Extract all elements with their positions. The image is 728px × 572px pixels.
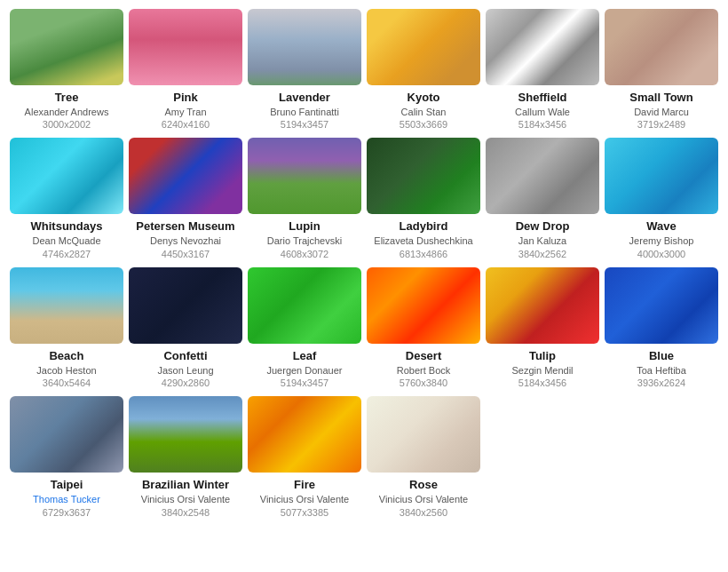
grid-item-sheffield[interactable]: SheffieldCallum Wale5184x3456 <box>485 9 600 131</box>
author-leaf: Juergen Donauer <box>266 364 342 377</box>
dims-kyoto: 5503x3669 <box>400 118 447 131</box>
thumbnail-kyoto <box>367 9 480 85</box>
title-sheffield: Sheffield <box>518 91 567 106</box>
author-tulip: Sezgin Mendil <box>511 364 573 377</box>
thumbnail-fire <box>248 396 361 473</box>
grid-item-desert[interactable]: DesertRobert Bock5760x3840 <box>366 267 481 389</box>
grid-item-blue[interactable]: BlueToa Heftiba3936x2624 <box>604 267 719 389</box>
dims-rose: 3840x2560 <box>400 506 447 519</box>
title-tree: Tree <box>55 91 79 106</box>
title-rose: Rose <box>409 478 438 493</box>
author-wave: Jeremy Bishop <box>629 234 694 247</box>
title-fire: Fire <box>294 478 315 493</box>
dims-desert: 5760x3840 <box>400 377 447 389</box>
thumbnail-wave <box>605 138 718 214</box>
dims-beach: 3640x5464 <box>43 377 91 389</box>
title-kyoto: Kyoto <box>408 91 440 106</box>
author-whitsundays: Dean McQuade <box>32 234 100 247</box>
dims-petersen: 4450x3167 <box>162 248 210 260</box>
author-sheffield: Callum Wale <box>515 106 570 118</box>
title-lupin: Lupin <box>289 219 320 234</box>
grid-item-confetti[interactable]: ConfettiJason Leung4290x2860 <box>128 267 243 389</box>
thumbnail-confetti <box>129 267 242 344</box>
dims-leaf: 5194x3457 <box>281 377 328 389</box>
author-dewdrop: Jan Kaluza <box>518 234 566 247</box>
grid-item-whitsundays[interactable]: WhitsundaysDean McQuade4746x2827 <box>9 138 124 259</box>
author-tree: Alexander Andrews <box>25 106 109 118</box>
grid-item-fire[interactable]: FireVinicius Orsi Valente5077x3385 <box>247 396 362 518</box>
grid-item-leaf[interactable]: LeafJuergen Donauer5194x3457 <box>247 267 362 389</box>
title-beach: Beach <box>49 349 83 364</box>
dims-tulip: 5184x3456 <box>518 377 566 389</box>
grid-item-beach[interactable]: BeachJacob Heston3640x5464 <box>9 267 124 389</box>
title-dewdrop: Dew Drop <box>516 219 570 234</box>
dims-blue: 3936x2624 <box>637 377 685 389</box>
author-fire: Vinicius Orsi Valente <box>260 493 349 505</box>
thumbnail-smalltown <box>605 9 718 85</box>
grid-item-kyoto[interactable]: KyotoCalin Stan5503x3669 <box>366 9 481 131</box>
thumbnail-tree <box>10 9 123 85</box>
title-petersen: Petersen Museum <box>136 219 234 234</box>
thumbnail-desert <box>367 267 480 344</box>
thumbnail-brazilianwinter <box>129 396 242 473</box>
author-beach: Jacob Heston <box>36 364 96 377</box>
author-confetti: Jason Leung <box>158 364 214 377</box>
dims-fire: 5077x3385 <box>281 506 328 519</box>
thumbnail-lavender <box>248 9 361 85</box>
dims-whitsundays: 4746x2827 <box>43 248 91 260</box>
title-pink: Pink <box>173 91 197 106</box>
dims-tree: 3000x2002 <box>43 118 91 131</box>
grid-item-dewdrop[interactable]: Dew DropJan Kaluza3840x2562 <box>485 138 600 259</box>
title-leaf: Leaf <box>293 349 317 364</box>
author-pink: Amy Tran <box>164 106 206 118</box>
thumbnail-petersen <box>129 138 242 214</box>
title-desert: Desert <box>406 349 441 364</box>
dims-ladybird: 6813x4866 <box>400 248 447 260</box>
thumbnail-taipei <box>10 396 123 473</box>
dims-brazilianwinter: 3840x2548 <box>162 506 210 519</box>
thumbnail-dewdrop <box>486 138 599 214</box>
grid-item-tulip[interactable]: TulipSezgin Mendil5184x3456 <box>485 267 600 389</box>
author-taipei[interactable]: Thomas Tucker <box>33 493 100 505</box>
thumbnail-tulip <box>486 267 599 344</box>
dims-smalltown: 3719x2489 <box>637 118 685 131</box>
dims-pink: 6240x4160 <box>162 118 210 131</box>
dims-wave: 4000x3000 <box>637 248 685 260</box>
grid-item-pink[interactable]: PinkAmy Tran6240x4160 <box>128 9 243 131</box>
grid-item-brazilianwinter[interactable]: Brazilian WinterVinicius Orsi Valente384… <box>128 396 243 518</box>
thumbnail-blue <box>605 267 718 344</box>
grid-item-lavender[interactable]: LavenderBruno Fantinatti5194x3457 <box>247 9 362 131</box>
photo-grid: TreeAlexander Andrews3000x2002PinkAmy Tr… <box>9 9 719 519</box>
grid-item-smalltown[interactable]: Small TownDavid Marcu3719x2489 <box>604 9 719 131</box>
title-ladybird: Ladybird <box>400 219 448 234</box>
title-lavender: Lavender <box>279 91 330 106</box>
grid-item-ladybird[interactable]: LadybirdElizaveta Dushechkina6813x4866 <box>366 138 481 259</box>
dims-taipei: 6729x3637 <box>43 506 91 519</box>
grid-item-petersen[interactable]: Petersen MuseumDenys Nevozhai4450x3167 <box>128 138 243 259</box>
thumbnail-whitsundays <box>10 138 123 214</box>
grid-item-taipei[interactable]: TaipeiThomas Tucker6729x3637 <box>9 396 124 518</box>
title-brazilianwinter: Brazilian Winter <box>142 478 229 493</box>
title-blue: Blue <box>649 349 674 364</box>
title-whitsundays: Whitsundays <box>31 219 103 234</box>
grid-item-lupin[interactable]: LupinDario Trajchevski4608x3072 <box>247 138 362 259</box>
thumbnail-lupin <box>248 138 361 214</box>
thumbnail-sheffield <box>486 9 599 85</box>
author-kyoto: Calin Stan <box>401 106 447 118</box>
grid-item-tree[interactable]: TreeAlexander Andrews3000x2002 <box>9 9 124 131</box>
grid-item-wave[interactable]: WaveJeremy Bishop4000x3000 <box>604 138 719 259</box>
thumbnail-pink <box>129 9 242 85</box>
dims-confetti: 4290x2860 <box>162 377 210 389</box>
author-smalltown: David Marcu <box>634 106 689 118</box>
title-smalltown: Small Town <box>629 91 692 106</box>
title-tulip: Tulip <box>529 349 556 364</box>
grid-item-rose[interactable]: RoseVinicius Orsi Valente3840x2560 <box>366 396 481 518</box>
author-blue: Toa Heftiba <box>637 364 686 377</box>
author-petersen: Denys Nevozhai <box>150 234 221 247</box>
dims-sheffield: 5184x3456 <box>518 118 566 131</box>
dims-lavender: 5194x3457 <box>281 118 328 131</box>
author-rose: Vinicius Orsi Valente <box>379 493 468 505</box>
author-desert: Robert Bock <box>397 364 451 377</box>
author-lupin: Dario Trajchevski <box>267 234 342 247</box>
thumbnail-rose <box>367 396 480 473</box>
